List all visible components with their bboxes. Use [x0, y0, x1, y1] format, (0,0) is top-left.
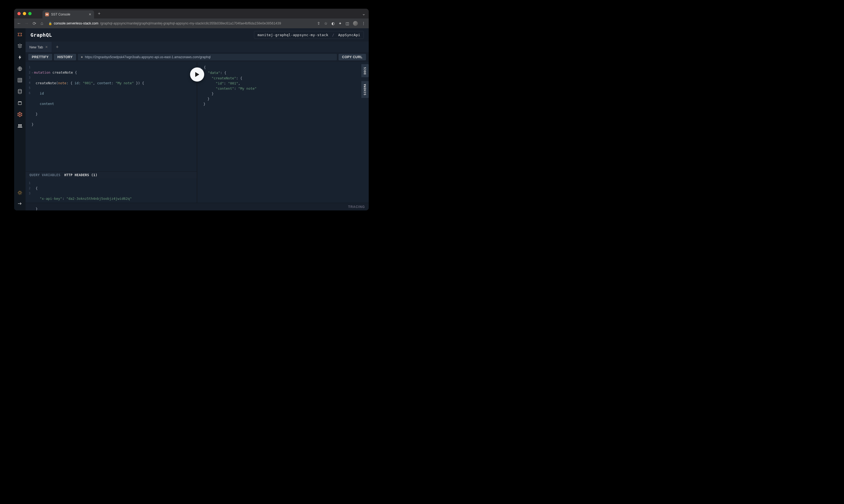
tabs-dropdown-icon[interactable]: ⌄ [362, 11, 365, 16]
breadcrumb[interactable]: manitej-graphql-appsync-my-stack / AppSy… [254, 31, 364, 39]
svg-point-7 [21, 115, 22, 116]
tab-favicon-icon [45, 13, 49, 16]
sidebar-item-logo[interactable] [17, 32, 23, 37]
window-minimize-button[interactable] [23, 12, 26, 15]
endpoint-field[interactable]: https://2ngraxbyo5cwdpsk47wgn3oafu.appsy… [78, 54, 337, 60]
svg-point-13 [19, 192, 21, 194]
nav-reload-button[interactable]: ⟳ [32, 21, 37, 26]
run-query-button[interactable] [190, 68, 204, 82]
query-variables-tab[interactable]: QUERY VARIABLES [29, 173, 60, 177]
nav-forward-button[interactable]: → [24, 21, 29, 26]
profile-avatar[interactable] [353, 21, 358, 26]
sidebar-item-stacks[interactable] [17, 43, 23, 49]
nav-home-button[interactable]: ⌂ [39, 21, 44, 26]
window-close-button[interactable] [17, 12, 21, 15]
query-tab[interactable]: New Tab ✕ [25, 42, 52, 52]
docs-tab[interactable]: DOCS [361, 64, 369, 77]
share-icon[interactable]: ⇧ [317, 21, 320, 25]
svg-point-6 [21, 113, 22, 114]
endpoint-status-dot [81, 56, 83, 58]
svg-point-12 [20, 124, 22, 126]
add-query-tab-button[interactable]: + [52, 42, 62, 52]
address-path: /graphql-appsync/manitej/graphql/manitej… [100, 21, 281, 25]
sidebar-item-buckets[interactable] [17, 100, 23, 106]
copy-curl-button[interactable]: COPY CURL [339, 54, 366, 60]
tab-title: SST Console [51, 13, 70, 16]
sidebar-item-data[interactable] [17, 77, 23, 83]
breadcrumb-stack: manitej-graphql-appsync-my-stack [257, 33, 328, 37]
query-tab-close-icon[interactable]: ✕ [45, 45, 48, 49]
lock-icon: 🔒 [49, 22, 52, 25]
page-title: GraphQL [31, 32, 52, 38]
query-tab-label: New Tab [29, 45, 43, 49]
tab-close-icon[interactable]: ✕ [89, 13, 91, 16]
sidebar-item-graphql[interactable] [17, 111, 23, 118]
svg-point-11 [18, 124, 20, 126]
headers-editor[interactable]: 1 2 3 { "x-api-key": "da2-3oknz5th4nbj5o… [25, 178, 197, 203]
http-headers-tab[interactable]: HTTP HEADERS (1) [64, 173, 97, 177]
svg-point-5 [20, 112, 20, 113]
window-maximize-button[interactable] [28, 12, 32, 15]
svg-point-8 [20, 116, 20, 117]
query-gutter: 1 2 3 4 5 6 [25, 65, 32, 171]
chrome-menu-icon[interactable]: ⋮ [362, 21, 365, 25]
tracing-button[interactable]: TRACING [348, 205, 365, 209]
history-button[interactable]: HISTORY [54, 54, 76, 60]
extensions-icon[interactable]: ✦ [339, 21, 342, 25]
sidebar-item-api[interactable] [17, 66, 23, 72]
svg-rect-4 [18, 102, 21, 102]
breadcrumb-api: AppSyncApi [338, 33, 360, 37]
sidebar-item-functions[interactable] [17, 54, 23, 60]
prettify-button[interactable]: PRETTIFY [28, 54, 52, 60]
query-editor[interactable]: 1 2 3 4 5 6 ▾mutation createNote { creat… [25, 62, 197, 171]
breadcrumb-separator: / [332, 33, 334, 37]
svg-point-9 [18, 115, 18, 116]
sidebar-theme-toggle[interactable] [17, 190, 23, 196]
headers-gutter: 1 2 3 [25, 180, 32, 203]
browser-tab[interactable]: SST Console ✕ [42, 10, 94, 18]
sidepanel-icon[interactable]: ◫ [346, 21, 349, 25]
schema-tab[interactable]: SCHEMA [361, 81, 369, 98]
svg-rect-3 [18, 102, 21, 105]
svg-point-2 [18, 89, 21, 91]
address-bar[interactable]: 🔒 console.serverless-stack.com/graphql-a… [47, 21, 315, 25]
endpoint-url: https://2ngraxbyo5cwdpsk47wgn3oafu.appsy… [85, 55, 211, 59]
bookmark-star-icon[interactable]: ☆ [324, 21, 328, 25]
adblock-icon[interactable]: ◐ [331, 21, 335, 25]
svg-rect-1 [18, 78, 22, 82]
result-viewer: ▾ { ▾ "data": { "createNote": { "id": "0… [197, 62, 369, 203]
nav-back-button[interactable]: ← [16, 21, 22, 26]
sidebar-collapse-button[interactable] [17, 201, 23, 206]
new-browser-tab-button[interactable]: + [98, 11, 100, 16]
svg-point-10 [18, 113, 18, 114]
address-host: console.serverless-stack.com [54, 21, 98, 25]
sidebar-item-rds[interactable] [17, 89, 23, 95]
sidebar-item-cognito[interactable] [17, 123, 23, 129]
